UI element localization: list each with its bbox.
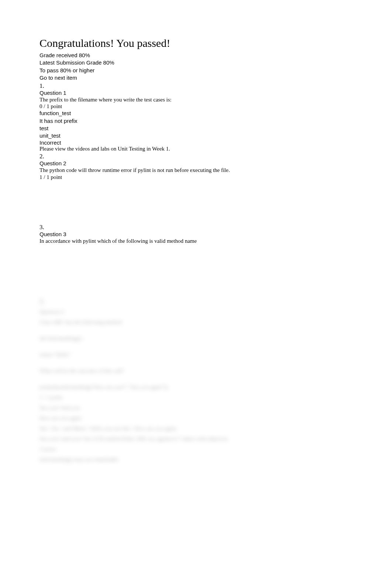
question-number-1: 1. bbox=[39, 82, 353, 90]
grade-received: Grade received 80% bbox=[39, 52, 353, 59]
q4-feedback-text: doSomething() may not remarkable bbox=[39, 455, 353, 464]
q4-feedback-label: Correct bbox=[39, 445, 353, 453]
q4-line-4: What will be the outcome of this call? bbox=[39, 366, 353, 375]
question-label-2: Question 2 bbox=[39, 160, 353, 166]
question-points-2: 1 / 1 point bbox=[39, 174, 353, 180]
question-text-2: The python code will throw runtime error… bbox=[39, 166, 353, 174]
q4-line-2: def doSomething(): bbox=[39, 334, 353, 343]
pass-threshold-label: To pass bbox=[39, 67, 59, 73]
pass-threshold: To pass 80% or higher bbox=[39, 67, 353, 74]
q1-option-2[interactable]: It has not prefix bbox=[39, 117, 353, 125]
q4-opt-3: How are you again bbox=[39, 414, 353, 422]
grade-received-value: 80% bbox=[79, 52, 90, 58]
question-number-3: 3. bbox=[39, 224, 353, 231]
question-label-4: Question 4 bbox=[39, 307, 353, 316]
q4-opt-1: 1 / 1 point bbox=[39, 393, 353, 402]
q1-feedback-text: Please view the videos and labs on Unit … bbox=[39, 146, 353, 152]
pass-threshold-value: 80% or higher bbox=[60, 67, 94, 73]
question-text-3: In accordance with pylint which of the f… bbox=[39, 237, 353, 245]
q1-option-4[interactable]: unit_test bbox=[39, 132, 353, 139]
grade-received-label: Grade received bbox=[39, 52, 78, 58]
page-title: Congratulations! You passed! bbox=[39, 37, 353, 49]
blurred-content: 4. Question 4 Class ABC has the followin… bbox=[39, 296, 353, 464]
question-number-2: 2. bbox=[39, 153, 353, 160]
q1-option-3[interactable]: test bbox=[39, 125, 353, 132]
question-text-1: The prefix to the filename where you wri… bbox=[39, 96, 353, 103]
q1-feedback-label: Incorrect bbox=[39, 139, 353, 146]
q4-opt-5: See you? said you? See 2150 unified Hell… bbox=[39, 434, 353, 443]
latest-submission: Latest Submission Grade 80% bbox=[39, 59, 353, 66]
next-item-link[interactable]: Go to next item bbox=[39, 74, 353, 82]
question-label-3: Question 3 bbox=[39, 231, 353, 237]
question-points-1: 0 / 1 point bbox=[39, 103, 353, 110]
latest-submission-label: Latest Submission Grade bbox=[39, 59, 102, 66]
question-number-4: 4. bbox=[39, 297, 44, 305]
q4-line-5: print(obj.doSomething("How are you?","Se… bbox=[39, 383, 353, 392]
latest-submission-value: 80% bbox=[103, 59, 114, 66]
q4-opt-4: See / An / said Marie / Hello you see th… bbox=[39, 424, 353, 433]
q1-option-1[interactable]: function_test bbox=[39, 110, 353, 117]
q4-opt-2: See you? And you bbox=[39, 403, 353, 412]
q4-line-1: Class ABC has the following method bbox=[39, 318, 353, 327]
question-label-1: Question 1 bbox=[39, 90, 353, 96]
q4-line-3: return "Hello" bbox=[39, 350, 353, 359]
